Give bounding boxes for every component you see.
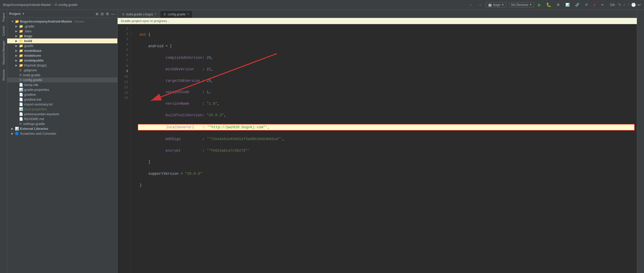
attach-button[interactable]: 🔗 (574, 2, 581, 7)
file-tree: ▼ 📁 BogoAccompanyAndroid-Master ~/Deskto… (7, 18, 117, 273)
ln-3: 3 (118, 37, 130, 42)
tree-item-gradle-properties[interactable]: ▶ 📊 gradle.properties (7, 87, 117, 92)
tree-item-gradlew-bat[interactable]: ▶ 📄 gradlew.bat (7, 97, 117, 102)
collapse-icon[interactable]: ⊟ (100, 11, 104, 16)
root-folder-icon: 📁 (15, 20, 19, 23)
label: import-summary.txt (24, 102, 52, 106)
editor-wrapper: 1 2 3 4 5 6 7 8 9 10 11 12 13 14 (118, 24, 637, 273)
tree-item-idea[interactable]: ▶ 📁 .idea (7, 29, 117, 34)
dropdown-arrow-icon: ▼ (501, 3, 504, 6)
tree-item-modelcore[interactable]: ▶ 📁 modelcore (7, 53, 117, 58)
folder-icon: 📁 (19, 44, 23, 48)
device-selector[interactable]: No Devices ▼ (509, 2, 534, 7)
profile-button[interactable]: 📊 (564, 2, 571, 7)
back-button[interactable]: ← (468, 2, 474, 7)
tree-item-gradle-hidden[interactable]: ▶ 📁 .gradle (7, 24, 117, 29)
tree-item-local-properties[interactable]: ▶ 📊 local.properties (7, 107, 117, 112)
file-icon: ⚙ (19, 78, 22, 82)
tab-close-btn[interactable]: ✕ (187, 13, 189, 16)
label: tmpmob [bogo] (24, 63, 46, 67)
file-icon: 📄 (19, 83, 23, 87)
tab-bar: ⚙ build.gradle (:bogo) ✕ ⚙ config.gradle… (118, 10, 637, 18)
run-button[interactable]: ▶ (537, 2, 542, 8)
tree-item-modelpublic[interactable]: ▶ 📁 modelpublic (7, 58, 117, 63)
tab-gradle-icon: ⚙ (163, 13, 166, 16)
tree-item-gitignore[interactable]: ▶ ⚙ .gitignore (7, 68, 117, 73)
tab-close-btn[interactable]: ✕ (154, 13, 157, 16)
tree-item-keystore[interactable]: ▶ 📄 peiwanyuedan.keystore (7, 112, 117, 116)
rerun-button[interactable]: ↩ (600, 2, 605, 7)
tree-item-gradle[interactable]: ▶ 📁 gradle (7, 43, 117, 48)
tree-item-config-gradle[interactable]: ▶ ⚙ config.gradle (7, 77, 117, 82)
tree-item-modelbase[interactable]: ▶ 📁 modelbase (7, 48, 117, 53)
tab-config-gradle[interactable]: ⚙ config.gradle ✕ (160, 11, 193, 18)
tree-item-scratches[interactable]: ▶ 🔵 Scratches and Consoles (7, 131, 117, 136)
label: External Libraries (20, 127, 48, 131)
sidebar-vtab-structure[interactable]: Structure (1, 67, 6, 83)
git-push-icon[interactable]: ↑ (628, 3, 630, 7)
tree-root[interactable]: ▼ 📁 BogoAccompanyAndroid-Master ~/Deskto (7, 19, 117, 24)
code-editor[interactable]: 1 2 3 4 5 6 7 8 9 10 11 12 13 14 (118, 24, 637, 273)
git-revert-icon[interactable]: ↩ (638, 3, 641, 7)
label: modelpublic (24, 59, 44, 62)
file-icon: 📄 (19, 102, 23, 106)
tree-item-bogo[interactable]: ▶ 📁 bogo (7, 34, 117, 38)
label: config.gradle (23, 78, 42, 82)
folder-icon: 📁 (19, 34, 23, 38)
file-icon: 📊 (19, 107, 23, 111)
line-numbers: 1 2 3 4 5 6 7 8 9 10 11 12 13 14 (118, 24, 130, 273)
code-line-5: targetSdkVersion : 29, (140, 78, 633, 84)
run-config-selector[interactable]: 🤖 bogo ▼ (486, 2, 506, 7)
sync-icon[interactable]: ⊕ (95, 11, 99, 16)
label: build.gradle (23, 73, 40, 77)
label: settings.gradle (23, 122, 45, 126)
refresh-button[interactable]: ↺ (583, 2, 589, 7)
tree-item-dump-rdb[interactable]: ▶ 📄 dump.rdb (7, 82, 117, 87)
tab-label: build.gradle (:bogo) (126, 13, 153, 16)
tree-item-import-summary[interactable]: ▶ 📄 import-summary.txt (7, 102, 117, 107)
code-line-9: localSeverUrl : '"http://pw2020.bogokj.c… (138, 124, 635, 131)
code-line-4: minSdkVersion : 21, (140, 66, 633, 72)
label: modelbase (24, 49, 42, 53)
folder-icon: 📁 (19, 24, 23, 28)
code-line-7: versionName : "1.0", (140, 101, 633, 106)
tab-build-gradle[interactable]: ⚙ build.gradle (:bogo) ✕ (119, 11, 160, 18)
tree-item-readme[interactable]: ▶ 📄 README.md (7, 116, 117, 121)
main-layout: Project Commit Resource Manager Structur… (0, 10, 644, 273)
build-button[interactable]: ⚙ (555, 2, 561, 7)
no-devices-label: No Devices (511, 3, 528, 7)
ln-5: 5 (118, 47, 130, 53)
tree-item-tmpmob[interactable]: ▶ 📁 tmpmob [bogo] (7, 63, 117, 68)
sidebar-vtab-resource-manager[interactable]: Resource Manager (1, 38, 6, 67)
sidebar-vtab-project[interactable]: Project (1, 11, 6, 24)
git-history-icon[interactable]: 🕐 (631, 3, 636, 7)
code-content[interactable]: ext { android = [ compileSdkVersion: 29,… (136, 24, 637, 273)
git-check-icon[interactable]: ✓ (623, 3, 626, 7)
file-icon: ⚙ (19, 122, 22, 126)
git-update-icon[interactable]: ✎ (618, 3, 621, 7)
breadcrumb-project: BogoAccompanyAndroid-Master (3, 3, 51, 7)
tree-item-settings-gradle[interactable]: ▶ ⚙ settings.gradle (7, 121, 117, 126)
file-icon: ⚙ (19, 73, 22, 77)
stop-button[interactable]: ■ (592, 2, 597, 7)
code-line-8: buildToolsVersion: "28.0.3", (140, 112, 633, 118)
tree-item-build-gradle[interactable]: ▶ ⚙ build.gradle (7, 73, 117, 77)
project-header-icons: ⊕ ⊟ ⚙ — (95, 11, 115, 16)
tree-item-build[interactable]: ▶ 📁 build (7, 38, 117, 43)
ln-6: 6 (118, 53, 130, 58)
minimize-icon[interactable]: — (111, 11, 115, 16)
ln-10: 10 (118, 74, 130, 80)
file-icon: 📊 (19, 88, 23, 92)
tree-item-external-libraries[interactable]: ▶ 📊 External Libraries (7, 126, 117, 131)
code-line-1: ext { (140, 32, 633, 37)
file-icon: ⚙ (19, 68, 22, 72)
sidebar-vtab-commit[interactable]: Commit (1, 24, 6, 38)
label: gradlew.bat (24, 98, 41, 101)
file-icon: 📄 (19, 93, 23, 96)
root-label: BogoAccompanyAndroid-Master (20, 20, 72, 23)
debug-button[interactable]: 🐛 (545, 2, 553, 8)
tree-item-gradlew[interactable]: ▶ 📄 gradlew (7, 92, 117, 97)
label: dump.rdb (24, 83, 38, 87)
settings-icon[interactable]: ⚙ (105, 11, 110, 16)
forward-button[interactable]: → (477, 2, 483, 7)
